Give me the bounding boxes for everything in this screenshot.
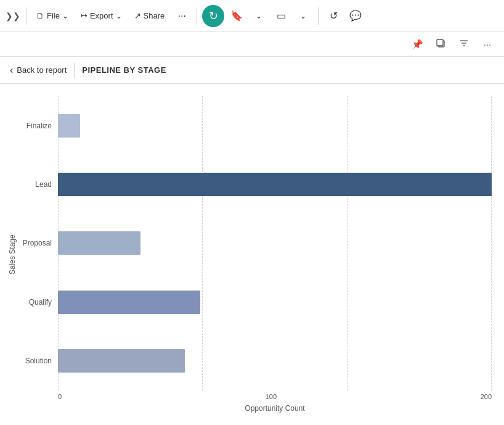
export-arrow-icon: ↦ xyxy=(81,11,87,20)
layout-chevron-button[interactable]: ⌄ xyxy=(293,6,313,26)
bar-row: Qualify xyxy=(21,287,492,318)
bar-row: Solution xyxy=(21,345,492,376)
layout-icon: ▭ xyxy=(277,10,286,22)
svg-rect-1 xyxy=(437,39,443,46)
x-axis-label: Opportunity Count xyxy=(21,404,492,413)
toolbar-divider-1 xyxy=(26,7,26,25)
export-button[interactable]: ↦ Export ⌄ xyxy=(76,9,127,23)
bars-section: FinalizeLeadProposalQualifySolution xyxy=(21,96,492,390)
chart-area: Sales Stage FinalizeLeadProposalQualifyS… xyxy=(0,84,504,425)
layout-button[interactable]: ▭ xyxy=(271,6,291,26)
navigation-bar: ‹ Back to report PIPELINE BY STAGE xyxy=(0,57,504,84)
page-title: PIPELINE BY STAGE xyxy=(82,65,166,75)
toolbar-divider-2 xyxy=(197,7,197,25)
bar-row: Proposal xyxy=(21,228,492,258)
chart-inner: FinalizeLeadProposalQualifySolution 0100… xyxy=(21,96,492,413)
file-label: File xyxy=(47,11,60,20)
x-axis-ticks: 0100200 xyxy=(21,393,492,400)
more-dots-icon: ··· xyxy=(178,10,186,22)
bar-label: Qualify xyxy=(21,298,58,307)
pin-button[interactable]: 📌 xyxy=(408,35,426,54)
bar-row: Lead xyxy=(21,169,492,200)
more-options-button[interactable]: ··· xyxy=(172,6,192,26)
filter-button[interactable] xyxy=(455,35,473,54)
expand-icon: ❯❯ xyxy=(6,11,20,21)
bookmark-button[interactable]: 🔖 xyxy=(227,6,246,26)
y-axis-label: Sales Stage xyxy=(6,96,18,413)
copy-visual-button[interactable] xyxy=(431,35,450,54)
bar-container xyxy=(58,287,492,318)
back-to-report-label: Back to report xyxy=(17,65,67,75)
share-button[interactable]: ↗ Share xyxy=(129,9,170,23)
bar-container xyxy=(58,169,492,200)
copy-icon xyxy=(436,38,445,50)
bar-container xyxy=(58,110,492,141)
x-tick: 200 xyxy=(481,393,492,400)
secondary-toolbar: 📌 ··· xyxy=(0,32,504,57)
bar-finalize[interactable] xyxy=(58,114,80,138)
bookmark-icon: 🔖 xyxy=(230,10,243,22)
visual-more-button[interactable]: ··· xyxy=(478,35,497,54)
back-to-report-link[interactable]: ‹ Back to report xyxy=(10,65,67,76)
toolbar-divider-3 xyxy=(318,7,319,25)
bar-label: Solution xyxy=(21,357,58,365)
file-chevron-icon: ⌄ xyxy=(62,12,68,20)
bar-label: Lead xyxy=(21,180,58,189)
visual-more-icon: ··· xyxy=(484,39,492,49)
share-label: Share xyxy=(144,11,165,20)
bookmark-chevron-icon: ⌄ xyxy=(256,12,262,20)
comment-icon: 💬 xyxy=(349,10,362,22)
filter-icon xyxy=(459,38,469,50)
bar-label: Proposal xyxy=(21,239,58,247)
nav-divider xyxy=(74,63,75,78)
bar-qualify[interactable] xyxy=(58,291,200,314)
export-label: Export xyxy=(90,11,113,20)
bar-proposal[interactable] xyxy=(58,231,140,255)
layout-chevron-icon: ⌄ xyxy=(300,12,306,20)
back-chevron-icon: ‹ xyxy=(10,65,13,76)
file-button[interactable]: 🗋 File ⌄ xyxy=(31,9,73,23)
bar-solution[interactable] xyxy=(58,349,185,373)
file-doc-icon: 🗋 xyxy=(36,11,44,20)
refresh-icon: ↻ xyxy=(209,9,218,23)
comment-button[interactable]: 💬 xyxy=(346,6,365,26)
x-tick: 0 xyxy=(58,393,62,400)
bar-container xyxy=(58,345,492,376)
bar-row: Finalize xyxy=(21,110,492,141)
share-icon: ↗ xyxy=(134,11,141,20)
bar-container xyxy=(58,228,492,258)
pin-icon: 📌 xyxy=(412,39,423,50)
expand-panel-button[interactable]: ❯❯ xyxy=(5,8,21,24)
bookmark-chevron-button[interactable]: ⌄ xyxy=(249,6,269,26)
reload-button[interactable]: ↺ xyxy=(323,6,343,26)
x-tick: 100 xyxy=(266,393,277,400)
export-chevron-icon: ⌄ xyxy=(116,12,122,20)
bar-lead[interactable] xyxy=(58,173,492,196)
reload-icon: ↺ xyxy=(330,10,338,22)
refresh-button[interactable]: ↻ xyxy=(202,5,224,27)
main-toolbar: ❯❯ 🗋 File ⌄ ↦ Export ⌄ ↗ Share ··· ↻ 🔖 ⌄… xyxy=(0,0,504,32)
bar-label: Finalize xyxy=(21,122,58,130)
